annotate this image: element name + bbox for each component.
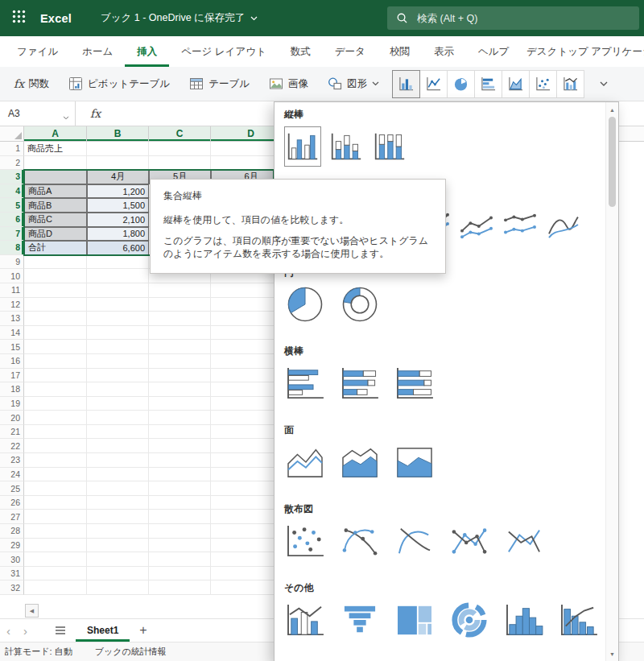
- cell-B30[interactable]: [87, 552, 149, 567]
- row-header-31[interactable]: 31: [0, 567, 24, 581]
- chart-type-area[interactable]: [284, 442, 326, 482]
- chart-type-percent-stacked-column[interactable]: [371, 126, 408, 167]
- cell-C17[interactable]: [149, 369, 211, 383]
- app-launcher-button[interactable]: [0, 0, 37, 36]
- chart-type-scatter-lines-markers[interactable]: [448, 521, 490, 561]
- chart-type-funnel[interactable]: [339, 600, 381, 640]
- ribbon-tab-file[interactable]: ファイル: [5, 36, 70, 67]
- cell-C11[interactable]: [149, 283, 211, 298]
- cell-A13[interactable]: [24, 312, 87, 326]
- cell-C15[interactable]: [149, 340, 211, 354]
- ribbon-tab-data[interactable]: データ: [323, 36, 378, 67]
- chart-type-percent-stacked-bar[interactable]: [394, 363, 436, 403]
- cell-A31[interactable]: [24, 567, 87, 581]
- column-header-B[interactable]: B: [87, 126, 149, 141]
- cell-A32[interactable]: [24, 580, 87, 595]
- cell-C22[interactable]: [149, 439, 211, 453]
- toolbar-chart-pie-button[interactable]: [447, 70, 475, 98]
- cell-B11[interactable]: [87, 283, 149, 298]
- cell-A30[interactable]: [24, 552, 87, 567]
- toolbar-chart-column-button[interactable]: [392, 70, 420, 98]
- cell-A28[interactable]: [24, 524, 87, 539]
- name-box[interactable]: A3: [0, 101, 76, 126]
- chart-type-stacked-area[interactable]: [339, 442, 381, 482]
- ribbon-tab-insert[interactable]: 挿入: [125, 36, 169, 67]
- cell-B9[interactable]: [87, 255, 149, 270]
- cell-B32[interactable]: [87, 580, 149, 595]
- shapes-button[interactable]: 図形: [322, 72, 385, 96]
- scrollbar-thumb[interactable]: [609, 117, 616, 207]
- cell-A4[interactable]: 商品A: [24, 184, 87, 199]
- chart-type-pareto[interactable]: [558, 600, 600, 640]
- cell-A17[interactable]: [24, 369, 87, 383]
- row-header-9[interactable]: 9: [0, 255, 24, 270]
- chart-type-doughnut[interactable]: [339, 284, 381, 324]
- chart-type-scatter-lines[interactable]: [503, 521, 545, 561]
- cell-C21[interactable]: [149, 425, 211, 440]
- chart-type-scatter[interactable]: [284, 521, 326, 561]
- cell-A1[interactable]: 商品売上: [24, 142, 87, 156]
- chart-type-histogram[interactable]: [503, 600, 545, 640]
- cell-B16[interactable]: [87, 354, 149, 369]
- row-header-26[interactable]: 26: [0, 496, 24, 510]
- row-header-25[interactable]: 25: [0, 481, 24, 496]
- cell-B29[interactable]: [87, 539, 149, 553]
- row-header-13[interactable]: 13: [0, 312, 24, 326]
- cell-B27[interactable]: [87, 510, 149, 524]
- ribbon-tab-review[interactable]: 校閲: [378, 36, 422, 67]
- chart-type-clustered-bar[interactable]: [284, 363, 326, 403]
- cell-B1[interactable]: [87, 142, 149, 156]
- row-header-6[interactable]: 6: [0, 213, 24, 227]
- cell-B4[interactable]: 1,200: [87, 184, 149, 199]
- cell-A18[interactable]: [24, 382, 87, 397]
- table-button[interactable]: テーブル: [184, 72, 255, 96]
- row-header-27[interactable]: 27: [0, 510, 24, 524]
- sheet-nav-next-button[interactable]: ›: [17, 619, 34, 642]
- chart-type-sunburst[interactable]: [448, 600, 490, 640]
- row-header-19[interactable]: 19: [0, 397, 24, 411]
- cell-C14[interactable]: [149, 326, 211, 341]
- cell-C31[interactable]: [149, 567, 211, 581]
- cell-A5[interactable]: 商品B: [24, 198, 87, 213]
- cell-B14[interactable]: [87, 326, 149, 341]
- cell-B21[interactable]: [87, 425, 149, 440]
- cell-B22[interactable]: [87, 439, 149, 453]
- row-header-29[interactable]: 29: [0, 539, 24, 553]
- cell-C12[interactable]: [149, 298, 211, 312]
- chart-type-percent-stacked-line-with-markers[interactable]: [502, 205, 539, 246]
- cell-B7[interactable]: 1,800: [87, 227, 149, 242]
- cell-A22[interactable]: [24, 439, 87, 453]
- cell-A10[interactable]: [24, 269, 87, 283]
- row-header-12[interactable]: 12: [0, 298, 24, 312]
- add-sheet-button[interactable]: +: [130, 619, 156, 642]
- cell-B18[interactable]: [87, 382, 149, 397]
- calc-mode-status[interactable]: 計算モード: 自動: [5, 646, 72, 658]
- cell-B8[interactable]: 6,600: [87, 241, 149, 255]
- cell-C28[interactable]: [149, 524, 211, 539]
- row-header-30[interactable]: 30: [0, 552, 24, 567]
- chart-type-combo[interactable]: [284, 600, 326, 640]
- column-header-C[interactable]: C: [149, 126, 211, 141]
- cell-B24[interactable]: [87, 468, 149, 482]
- column-header-A[interactable]: A: [24, 126, 87, 141]
- row-header-15[interactable]: 15: [0, 340, 24, 354]
- row-header-7[interactable]: 7: [0, 227, 24, 242]
- sheet-list-button[interactable]: [45, 619, 76, 642]
- toolbar-chart-bar-button[interactable]: [474, 70, 502, 98]
- cell-A7[interactable]: 商品D: [24, 227, 87, 242]
- cell-B3[interactable]: 4月: [87, 170, 149, 184]
- row-header-16[interactable]: 16: [0, 354, 24, 369]
- sheet-nav-prev-button[interactable]: ‹: [0, 619, 17, 642]
- toolbar-chart-line-button[interactable]: [419, 70, 448, 98]
- scrollbar-up-icon[interactable]: ▲: [606, 104, 618, 115]
- ribbon-tab-formulas[interactable]: 数式: [279, 36, 323, 67]
- dropdown-scrollbar[interactable]: ▲ ▼: [605, 102, 618, 661]
- cell-A12[interactable]: [24, 298, 87, 312]
- cell-C27[interactable]: [149, 510, 211, 524]
- row-header-4[interactable]: 4: [0, 184, 24, 199]
- ribbon-tab-page-layout[interactable]: ページ レイアウト: [169, 36, 279, 67]
- hscroll-left-button[interactable]: ◀: [25, 604, 39, 618]
- toolbar-chart-area-button[interactable]: [502, 70, 530, 98]
- toolbar-chart-combo-button[interactable]: [556, 70, 584, 98]
- chart-gallery-chevron-button[interactable]: [597, 78, 611, 90]
